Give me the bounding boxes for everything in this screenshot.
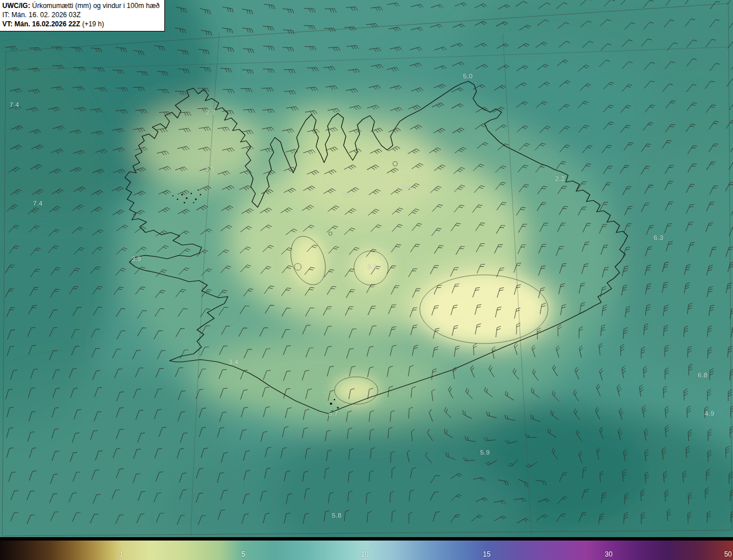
map-value-label: 4.4 <box>402 184 412 191</box>
colorbar-tick-label: 1 <box>120 550 124 558</box>
map-value-label: 5.8 <box>332 512 342 519</box>
map-value-label: 6.3 <box>654 234 664 241</box>
model-title-line: UWC/IG: Úrkomumætti (mm) og vindur i 100… <box>2 2 160 11</box>
colorbar-tick-label: 5 <box>242 550 246 558</box>
valid-label: VT: <box>2 20 13 28</box>
colorbar-tick-label: 30 <box>605 550 612 558</box>
map-value-label: 3.0 <box>205 165 215 172</box>
colorbar-tick-label: 10 <box>361 550 368 558</box>
valid-value: Mán. 16.02.2026 22Z <box>14 20 80 28</box>
map-value-label: 3.4 <box>229 358 239 365</box>
map-value-label: 7.4 <box>10 101 19 108</box>
map-value-label: 5.9 <box>480 449 490 456</box>
map-value-label: 2.2 <box>555 175 565 182</box>
map-value-label: 4.9 <box>705 410 715 417</box>
map-value-label: 5.7 <box>329 410 338 417</box>
init-time-line: IT: Mán. 16. 02. 2026 03Z <box>2 11 160 20</box>
precipitation-wind-map <box>0 0 733 537</box>
init-value: Mán. 16. 02. 2026 03Z <box>11 11 81 19</box>
colorbar-tick-label: 50 <box>724 550 732 558</box>
valid-time-line: VT: Mán. 16.02.2026 22Z (+19 h) <box>2 20 160 29</box>
map-value-label: 5.0 <box>463 73 473 80</box>
map-value-label: 2.7 <box>206 109 216 116</box>
model-info-box: UWC/IG: Úrkomumætti (mm) og vindur i 100… <box>0 0 165 31</box>
map-title: Úrkomumætti (mm) og vindur i 100m hæð <box>32 2 160 10</box>
init-label: IT: <box>2 11 10 19</box>
model-name: UWC/IG: <box>2 2 30 10</box>
colorbar-tick-label: 15 <box>483 550 490 558</box>
map-value-label: 4.4 <box>343 191 353 198</box>
colorbar: 1510153050 <box>0 537 733 560</box>
valid-offset: (+19 h) <box>82 20 104 28</box>
weather-map-page: 7.42.75.03.02.24.44.47.46.33.93.13.46.84… <box>0 0 733 560</box>
map-value-label: 3.9 <box>132 255 141 262</box>
map-value-label: 7.4 <box>33 200 43 207</box>
map-value-label: 3.1 <box>368 263 377 270</box>
map-value-label: 6.8 <box>698 372 708 378</box>
